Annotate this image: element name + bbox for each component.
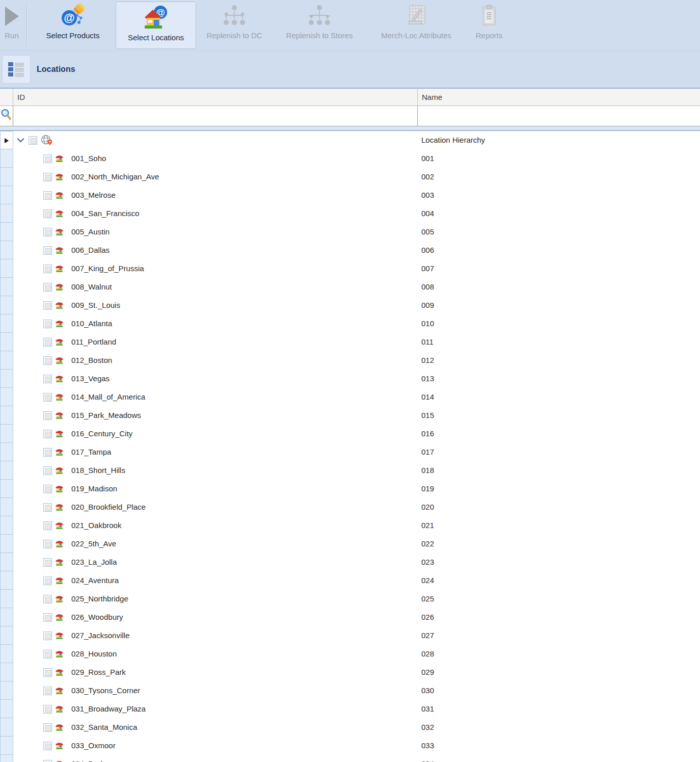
row-gutter[interactable] [0,590,13,608]
table-row[interactable]: 022_5th_Ave 022 [0,535,700,553]
row-checkbox[interactable] [43,154,52,163]
row-checkbox[interactable] [43,228,52,237]
row-gutter[interactable] [0,296,13,314]
row-gutter[interactable] [0,204,13,223]
table-row[interactable]: 001_Soho 001 [0,149,700,168]
row-checkbox[interactable] [43,558,52,567]
table-row[interactable]: 033_Oxmoor 033 [0,737,700,755]
table-row[interactable]: 017_Tampa 017 [0,443,700,461]
row-gutter[interactable] [0,737,13,755]
row-checkbox[interactable] [43,375,52,383]
row-checkbox[interactable] [43,411,52,420]
column-header-id[interactable]: ID [13,89,417,106]
table-row[interactable]: 028_Houston 028 [0,645,700,663]
table-row[interactable]: 030_Tysons_Corner 030 [0,681,700,700]
row-checkbox[interactable] [43,320,52,328]
table-row[interactable]: 010_Atlanta 010 [0,314,700,333]
row-checkbox[interactable] [43,173,52,181]
row-gutter[interactable] [0,700,13,718]
row-gutter[interactable] [0,681,13,700]
table-row[interactable]: 014_Mall_of_America 014 [0,388,700,406]
row-gutter[interactable] [0,443,13,461]
row-checkbox[interactable] [43,668,52,677]
row-gutter[interactable] [0,663,13,681]
run-button[interactable]: Run [0,0,23,50]
row-checkbox[interactable] [43,760,52,762]
table-row[interactable]: 004_San_Francisco 004 [0,204,700,223]
row-checkbox[interactable] [43,265,52,273]
table-row[interactable]: 009_St._Louis 009 [0,296,700,314]
table-row[interactable]: 016_Century_City 016 [0,425,700,443]
row-checkbox[interactable] [43,540,52,548]
table-row[interactable]: 013_Vegas 013 [0,370,700,388]
select-locations-button[interactable]: @ Select Locations [116,2,196,49]
table-row[interactable]: 006_Dallas 006 [0,241,700,259]
row-gutter[interactable] [0,718,13,737]
row-gutter[interactable] [0,168,13,186]
table-row[interactable]: 034_Durham 034 [0,755,700,762]
row-gutter[interactable] [0,388,13,406]
row-checkbox[interactable] [43,576,52,585]
row-checkbox[interactable] [43,687,52,695]
row-gutter[interactable] [0,553,13,571]
row-checkbox[interactable] [43,246,52,255]
row-checkbox[interactable] [43,356,52,365]
replenish-to-dc-button[interactable]: Replenish to DC [196,0,273,50]
table-row[interactable]: 018_Short_Hills 018 [0,461,700,480]
row-gutter[interactable] [0,149,13,168]
row-gutter[interactable] [0,406,13,425]
row-gutter[interactable] [0,186,13,204]
row-checkbox[interactable] [43,632,52,640]
row-gutter[interactable] [0,626,13,645]
row-checkbox[interactable] [43,595,52,603]
row-gutter[interactable] [0,259,13,278]
row-gutter[interactable] [0,223,13,241]
row-gutter[interactable] [0,425,13,443]
filter-cell-id[interactable] [13,106,417,126]
table-row[interactable]: 011_Portland 011 [0,333,700,351]
row-gutter[interactable] [0,608,13,626]
row-checkbox[interactable] [43,191,52,200]
row-gutter[interactable] [0,131,13,149]
row-checkbox[interactable] [43,430,52,438]
table-row[interactable]: 027_Jacksonville 027 [0,626,700,645]
table-row[interactable]: 007_King_of_Prussia 007 [0,259,700,278]
select-products-button[interactable]: @ Select Products [30,0,116,50]
table-row[interactable]: 031_Broadway_Plaza 031 [0,700,700,718]
table-row[interactable]: 025_Northbridge 025 [0,590,700,608]
table-row-root[interactable]: Location Hierarchy [0,131,700,149]
table-row[interactable]: 026_Woodbury 026 [0,608,700,626]
row-checkbox[interactable] [43,301,52,310]
row-checkbox[interactable] [43,613,52,622]
row-checkbox[interactable] [43,705,52,714]
table-row[interactable]: 029_Ross_Park 029 [0,663,700,681]
table-row[interactable]: 012_Boston 012 [0,351,700,370]
reports-button[interactable]: Reports [466,0,512,50]
table-row[interactable]: 019_Madison 019 [0,480,700,498]
row-checkbox[interactable] [43,503,52,512]
table-row[interactable]: 032_Santa_Monica 032 [0,718,700,737]
table-row[interactable]: 020_Brookfield_Place 020 [0,498,700,516]
table-row[interactable]: 003_Melrose 003 [0,186,700,204]
row-checkbox[interactable] [43,209,52,218]
row-gutter[interactable] [0,351,13,370]
row-gutter[interactable] [0,314,13,333]
row-gutter[interactable] [0,645,13,663]
row-gutter[interactable] [0,461,13,480]
table-row[interactable]: 021_Oakbrook 021 [0,516,700,535]
row-checkbox[interactable] [43,393,52,402]
table-row[interactable]: 002_North_Michigan_Ave 002 [0,168,700,186]
row-gutter[interactable] [0,278,13,296]
table-row[interactable]: 023_La_Jolla 023 [0,553,700,571]
list-panel-button[interactable] [2,55,31,84]
row-checkbox[interactable] [43,723,52,732]
replenish-to-stores-button[interactable]: Replenish to Stores [273,0,366,50]
id-filter-input[interactable] [13,106,417,126]
table-row[interactable]: 005_Austin 005 [0,223,700,241]
row-gutter[interactable] [0,516,13,535]
row-checkbox[interactable] [43,338,52,347]
row-checkbox[interactable] [43,448,52,457]
table-row[interactable]: 024_Aventura 024 [0,571,700,590]
row-gutter[interactable] [0,241,13,259]
row-gutter[interactable] [0,571,13,590]
